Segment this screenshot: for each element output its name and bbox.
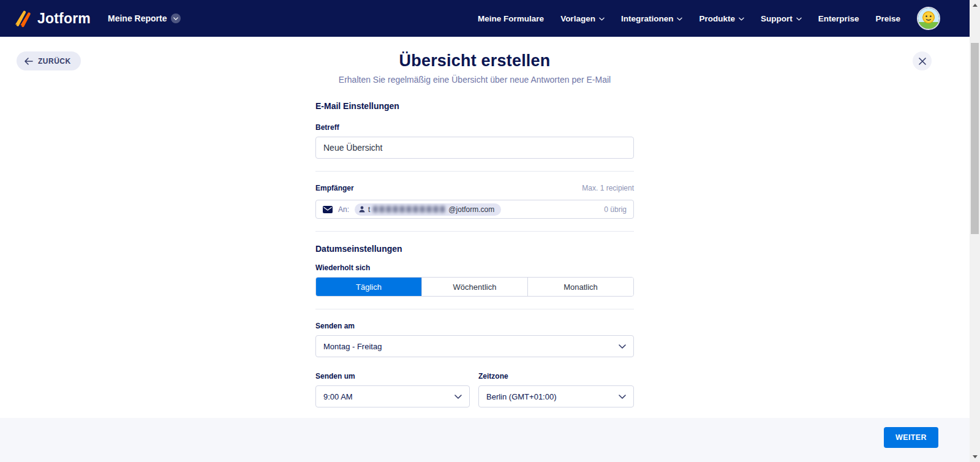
repeat-option-monatlich[interactable]: Monatlich	[527, 278, 633, 296]
page-title: Übersicht erstellen	[0, 51, 949, 70]
recipient-chip[interactable]: t @jotform.com	[355, 203, 501, 216]
jotform-logo[interactable]: Jotform	[13, 9, 91, 28]
send-on-label: Senden am	[315, 322, 634, 330]
recipient-chip-suffix: @jotform.com	[448, 205, 494, 214]
back-button-label: ZURÜCK	[38, 57, 71, 66]
date-settings-section-title: Datumseinstellungen	[315, 244, 634, 254]
report-switcher[interactable]: Meine Reporte	[108, 13, 181, 23]
send-on-select[interactable]: Montag - Freitag	[315, 335, 634, 357]
divider	[315, 309, 634, 309]
divider	[315, 171, 634, 172]
nav-item-label: Meine Formulare	[478, 14, 544, 23]
top-navbar: Jotform Meine Reporte Meine Formulare Vo…	[0, 0, 970, 37]
nav-item-preise[interactable]: Preise	[875, 14, 900, 23]
send-at-select[interactable]: 9:00 AM	[315, 385, 470, 407]
nav-item-produkte[interactable]: Produkte	[699, 14, 744, 23]
nav-item-label: Support	[761, 14, 793, 23]
main-nav: Meine Formulare Vorlagen Integrationen P…	[478, 7, 940, 30]
nav-item-label: Preise	[875, 14, 900, 23]
subject-input[interactable]	[315, 137, 634, 159]
wizard-footer: WEITER	[0, 418, 970, 462]
subject-label: Betreff	[315, 123, 634, 132]
chevron-down-icon	[796, 17, 802, 21]
timezone-select[interactable]: Berlin (GMT+01:00)	[478, 385, 634, 407]
nav-item-label: Vorlagen	[560, 14, 595, 23]
digest-form: E-Mail Einstellungen Betreff Empfänger M…	[315, 101, 634, 407]
chevron-down-icon	[619, 395, 626, 399]
nav-item-label: Produkte	[699, 14, 735, 23]
recipient-max-hint: Max. 1 recipient	[582, 184, 634, 192]
scrollbar-up-icon[interactable]	[970, 0, 980, 10]
chevron-down-icon	[454, 395, 462, 399]
avatar-image-icon	[918, 8, 939, 29]
nav-item-integrationen[interactable]: Integrationen	[621, 14, 683, 23]
timezone-label: Zeitzone	[478, 372, 634, 381]
recipient-chip-prefix: t	[368, 205, 370, 214]
close-icon	[919, 58, 926, 65]
jotform-create-digest-screen: Jotform Meine Reporte Meine Formulare Vo…	[0, 0, 980, 462]
email-settings-section-title: E-Mail Einstellungen	[315, 101, 634, 111]
recipient-to-label: An:	[338, 205, 349, 214]
recipient-chip-redacted	[373, 206, 445, 213]
mail-icon	[323, 206, 333, 213]
jotform-logo-icon	[13, 9, 32, 28]
main-content: ZURÜCK Übersicht erstellen Erhalten Sie …	[0, 37, 970, 418]
vertical-scrollbar[interactable]	[970, 0, 980, 462]
time-settings-row: Senden um 9:00 AM Zeitzone Berlin (GMT+0…	[315, 372, 634, 407]
repeat-option-taeglich[interactable]: Täglich	[316, 278, 421, 296]
divider	[315, 231, 634, 232]
nav-item-enterprise[interactable]: Enterprise	[818, 14, 859, 23]
nav-item-meine-formulare[interactable]: Meine Formulare	[478, 14, 544, 23]
repeat-segmented-control: Täglich Wöchentlich Monatlich	[315, 277, 634, 297]
recipient-field[interactable]: An: t @jotform.com 0 übrig	[315, 200, 634, 219]
jotform-logo-text: Jotform	[37, 10, 91, 27]
send-at-label: Senden um	[315, 372, 470, 381]
repeat-option-woechentlich[interactable]: Wöchentlich	[421, 278, 527, 296]
scrollbar-down-icon[interactable]	[970, 452, 980, 462]
avatar[interactable]	[917, 7, 940, 30]
chevron-down-icon	[739, 17, 744, 21]
scrollbar-thumb[interactable]	[971, 43, 979, 234]
back-button[interactable]: ZURÜCK	[17, 51, 81, 70]
close-button[interactable]	[913, 51, 932, 70]
page-header: Übersicht erstellen Erhalten Sie regelmä…	[0, 37, 949, 85]
send-at-value: 9:00 AM	[323, 392, 353, 401]
back-arrow-icon	[24, 58, 33, 65]
nav-item-label: Integrationen	[621, 14, 674, 23]
page-subtitle: Erhalten Sie regelmäßig eine Übersicht ü…	[0, 75, 949, 85]
timezone-field-group: Zeitzone Berlin (GMT+01:00)	[478, 372, 634, 407]
nav-item-support[interactable]: Support	[761, 14, 802, 23]
nav-item-label: Enterprise	[818, 14, 859, 23]
chevron-down-icon	[599, 17, 605, 21]
recipient-header-row: Empfänger Max. 1 recipient	[315, 184, 634, 192]
recipient-label: Empfänger	[315, 184, 354, 192]
recipient-remaining: 0 übrig	[604, 205, 627, 214]
timezone-value: Berlin (GMT+01:00)	[486, 392, 557, 401]
send-on-value: Montag - Freitag	[323, 342, 382, 351]
person-icon	[359, 206, 365, 213]
repeat-label: Wiederholt sich	[315, 263, 634, 272]
report-switcher-label: Meine Reporte	[108, 13, 167, 23]
nav-item-vorlagen[interactable]: Vorlagen	[560, 14, 605, 23]
chevron-down-icon	[677, 17, 682, 21]
chevron-down-icon	[619, 344, 626, 349]
chevron-down-circle-icon	[171, 13, 181, 23]
send-at-field-group: Senden um 9:00 AM	[315, 372, 470, 407]
weiter-button[interactable]: WEITER	[884, 427, 938, 448]
